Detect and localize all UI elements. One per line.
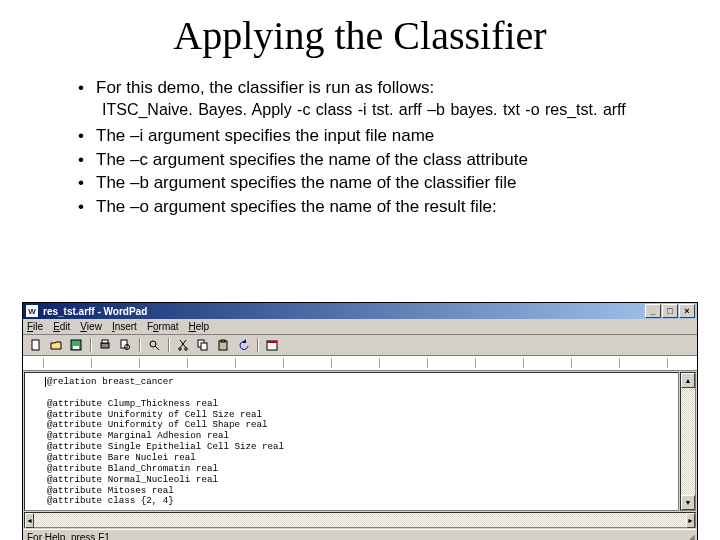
- menu-format[interactable]: Format: [147, 321, 179, 332]
- text-editor[interactable]: @relation breast_cancer @attribute Clump…: [24, 372, 679, 511]
- ruler[interactable]: [23, 356, 697, 371]
- paste-icon[interactable]: [214, 336, 232, 354]
- window-titlebar[interactable]: W res_tst.arff - WordPad _ □ ×: [23, 303, 697, 319]
- menu-bar: File Edit View Insert Format Help: [23, 319, 697, 335]
- close-icon[interactable]: ×: [679, 304, 695, 318]
- print-icon[interactable]: [96, 336, 114, 354]
- text-caret: [45, 377, 46, 387]
- bullet-list: For this demo, the classifier is run as …: [0, 77, 720, 99]
- new-file-icon[interactable]: [27, 336, 45, 354]
- svg-rect-14: [201, 343, 207, 350]
- bullet-arg-c: The –c argument specifies the name of th…: [78, 149, 690, 171]
- svg-rect-5: [121, 340, 127, 348]
- command-line: ITSC_Naive. Bayes. Apply -c class -i tst…: [102, 101, 700, 119]
- open-file-icon[interactable]: [47, 336, 65, 354]
- scroll-left-icon[interactable]: ◄: [25, 513, 34, 528]
- menu-view[interactable]: View: [80, 321, 102, 332]
- print-preview-icon[interactable]: [116, 336, 134, 354]
- scroll-down-icon[interactable]: ▼: [681, 495, 695, 510]
- menu-edit[interactable]: Edit: [53, 321, 70, 332]
- status-bar: For Help, press F1 ◢: [23, 529, 697, 540]
- svg-rect-0: [32, 340, 39, 350]
- svg-rect-4: [102, 340, 108, 343]
- svg-rect-18: [267, 341, 277, 343]
- menu-help[interactable]: Help: [189, 321, 210, 332]
- copy-icon[interactable]: [194, 336, 212, 354]
- window-title: res_tst.arff - WordPad: [43, 306, 645, 317]
- menu-insert[interactable]: Insert: [112, 321, 137, 332]
- minimize-icon[interactable]: _: [645, 304, 661, 318]
- bullet-intro: For this demo, the classifier is run as …: [78, 77, 690, 99]
- datetime-icon[interactable]: [263, 336, 281, 354]
- toolbar: [23, 335, 697, 356]
- bullet-arg-i: The –i argument specifies the input file…: [78, 125, 690, 147]
- save-icon[interactable]: [67, 336, 85, 354]
- vertical-scrollbar[interactable]: ▲ ▼: [680, 372, 696, 511]
- bullet-arg-o: The –o argument specifies the name of th…: [78, 196, 690, 218]
- horizontal-scrollbar[interactable]: ◄ ►: [24, 512, 696, 528]
- menu-file[interactable]: File: [27, 321, 43, 332]
- scroll-right-icon[interactable]: ►: [686, 513, 695, 528]
- resize-grip-icon[interactable]: ◢: [687, 532, 693, 540]
- svg-rect-3: [101, 343, 109, 348]
- svg-point-12: [185, 348, 188, 351]
- svg-point-11: [179, 348, 182, 351]
- slide: Applying the Classifier For this demo, t…: [0, 12, 720, 540]
- find-icon[interactable]: [145, 336, 163, 354]
- cut-icon[interactable]: [174, 336, 192, 354]
- wordpad-window: W res_tst.arff - WordPad _ □ × File Edit…: [22, 302, 698, 540]
- status-text: For Help, press F1: [27, 532, 110, 540]
- svg-rect-16: [221, 340, 225, 342]
- svg-rect-2: [73, 346, 79, 349]
- bullet-list-args: The –i argument specifies the input file…: [0, 125, 720, 218]
- scroll-up-icon[interactable]: ▲: [681, 373, 695, 388]
- svg-line-8: [155, 346, 159, 350]
- slide-title: Applying the Classifier: [0, 12, 720, 59]
- maximize-icon[interactable]: □: [662, 304, 678, 318]
- app-icon: W: [25, 304, 39, 318]
- bullet-arg-b: The –b argument specifies the name of th…: [78, 172, 690, 194]
- undo-icon[interactable]: [234, 336, 252, 354]
